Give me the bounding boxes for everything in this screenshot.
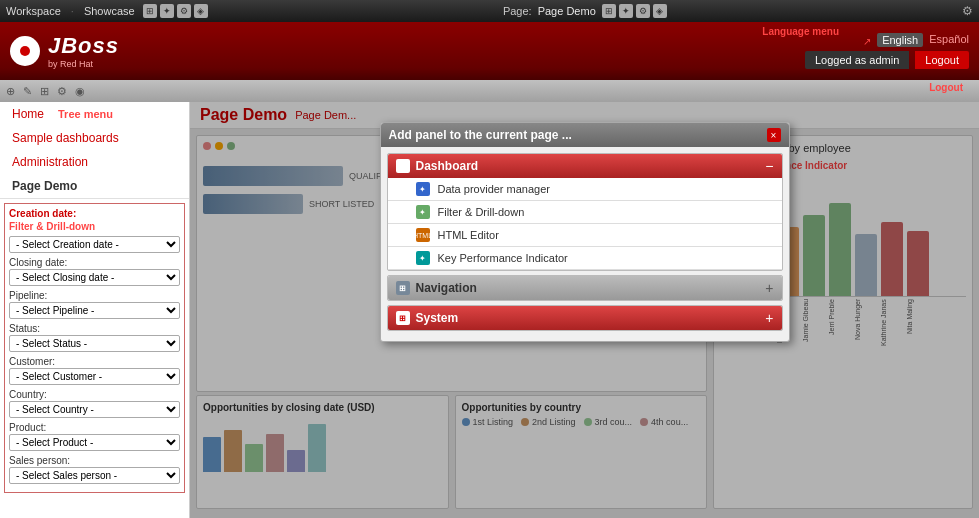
sidebar: Tree menu Home Sample dashboards Adminis… [0,102,190,518]
navigation-toggle-icon[interactable]: + [765,280,773,296]
modal-section-navigation-title: ⊞ Navigation [396,281,477,295]
filter-section-box: Creation date: Filter & Drill-down - Sel… [4,203,185,493]
customer-select[interactable]: - Select Customer - [9,368,180,385]
toolbar-icon-4[interactable]: ◈ [194,4,208,18]
sidebar-item-sample-dashboards[interactable]: Sample dashboards [0,126,189,150]
modal-section-dashboard: ⊞ Dashboard − ✦ Data provider manager ✦ [387,153,783,271]
toolbar-right: ⚙ [962,4,973,18]
system-icon: ⊞ [396,311,410,325]
modal-close-button[interactable]: × [767,128,781,142]
page-label: Page: [503,5,532,17]
filter-pipeline: Pipeline: - Select Pipeline - [9,290,180,319]
kpi-label: Key Performance Indicator [438,252,568,264]
lang-espanol[interactable]: Español [929,33,969,47]
dashboard-icon: ⊞ [396,159,410,173]
workspace-label[interactable]: Workspace [6,5,61,17]
product-select[interactable]: - Select Product - [9,434,180,451]
filter-status: Status: - Select Status - [9,323,180,352]
data-provider-icon: ✦ [416,182,430,196]
header-right: English Español Logged as admin Logout [805,33,969,69]
filter-drill-annotation: Filter & Drill-down [9,221,180,232]
pipeline-label: Pipeline: [9,290,180,301]
jboss-logo: JBoss by Red Hat [10,33,119,69]
toolbar-center: Page: Page Demo ⊞ ✦ ⚙ ◈ [503,4,667,18]
modal-section-system: ⊞ System + [387,305,783,331]
filter-creation-date: - Select Creation date - [9,236,180,253]
toolbar-icon-1[interactable]: ⊞ [143,4,157,18]
modal-overlay: Add panel to the current page ... × ⊞ Da… [190,102,979,518]
system-toggle-icon[interactable]: + [765,310,773,326]
status-select[interactable]: - Select Status - [9,335,180,352]
customer-label: Customer: [9,356,180,367]
closing-date-label: Closing date: [9,257,180,268]
filter-sales-person: Sales person: - Select Sales person - [9,455,180,484]
navigation-label: Navigation [416,281,477,295]
sidebar-item-administration[interactable]: Administration [0,150,189,174]
dashboard-toggle-icon[interactable]: − [765,158,773,174]
toolbar-icon-8[interactable]: ◈ [653,4,667,18]
sidebar-item-page-demo[interactable]: Page Demo [0,174,189,198]
toolbar-icon-2[interactable]: ✦ [160,4,174,18]
filter-drill-icon: ✦ [416,205,430,219]
modal-item-filter-drill[interactable]: ✦ Filter & Drill-down [388,201,782,224]
second-toolbar: ⊕ ✎ ⊞ ⚙ ◉ [0,80,979,102]
html-editor-label: HTML Editor [438,229,499,241]
logged-as-label: Logged as admin [805,51,909,69]
toolbar-icon-5[interactable]: ⊞ [602,4,616,18]
filter-drill-label: Filter & Drill-down [438,206,525,218]
toolbar-left: Workspace · Showcase ⊞ ✦ ⚙ ◈ [6,4,208,18]
s-icon-5[interactable]: ◉ [75,85,85,98]
toolbar-icon-7[interactable]: ⚙ [636,4,650,18]
s-icon-1[interactable]: ⊕ [6,85,15,98]
toolbar-right-icons: ⊞ ✦ ⚙ ◈ [602,4,667,18]
tree-menu-annotation: Tree menu [58,108,113,120]
page-name-toolbar[interactable]: Page Demo [538,5,596,17]
s-icon-2[interactable]: ✎ [23,85,32,98]
logout-button[interactable]: Logout [915,51,969,69]
filter-closing-date: Closing date: - Select Closing date - [9,257,180,286]
toolbar-icon-6[interactable]: ✦ [619,4,633,18]
lang-menu-arrow: ↗ [863,36,871,47]
top-toolbar: Workspace · Showcase ⊞ ✦ ⚙ ◈ Page: Page … [0,0,979,22]
gear-icon[interactable]: ⚙ [962,4,973,18]
modal-section-dashboard-title: ⊞ Dashboard [396,159,479,173]
modal-section-system-header[interactable]: ⊞ System + [388,306,782,330]
sales-person-select[interactable]: - Select Sales person - [9,467,180,484]
filter-customer: Customer: - Select Customer - [9,356,180,385]
modal-item-kpi[interactable]: ✦ Key Performance Indicator [388,247,782,270]
filter-product: Product: - Select Product - [9,422,180,451]
status-label: Status: [9,323,180,334]
pipeline-select[interactable]: - Select Pipeline - [9,302,180,319]
sales-person-label: Sales person: [9,455,180,466]
s-icon-4[interactable]: ⚙ [57,85,67,98]
modal-item-html-editor[interactable]: HTML HTML Editor [388,224,782,247]
country-label: Country: [9,389,180,400]
modal-section-navigation-header[interactable]: ⊞ Navigation + [388,276,782,300]
user-bar: Logged as admin Logout [805,51,969,69]
toolbar-left-icons: ⊞ ✦ ⚙ ◈ [143,4,208,18]
modal-body: ⊞ Dashboard − ✦ Data provider manager ✦ [381,147,789,341]
modal-section-dashboard-header[interactable]: ⊞ Dashboard − [388,154,782,178]
modal-item-data-provider[interactable]: ✦ Data provider manager [388,178,782,201]
s-icon-3[interactable]: ⊞ [40,85,49,98]
country-select[interactable]: - Select Country - [9,401,180,418]
data-provider-label: Data provider manager [438,183,551,195]
html-editor-icon: HTML [416,228,430,242]
showcase-label[interactable]: Showcase [84,5,135,17]
header-wave [0,68,979,80]
modal-header: Add panel to the current page ... × [381,123,789,147]
modal-section-navigation: ⊞ Navigation + [387,275,783,301]
filter-header-label: Creation date: [9,208,180,219]
header-bar: JBoss by Red Hat Language menu ↗ English… [0,22,979,80]
creation-date-select[interactable]: - Select Creation date - [9,236,180,253]
main-content: Page Demo Page Dem... [190,102,979,518]
dashboard-label: Dashboard [416,159,479,173]
closing-date-select[interactable]: - Select Closing date - [9,269,180,286]
filter-country: Country: - Select Country - [9,389,180,418]
main-layout: Tree menu Home Sample dashboards Adminis… [0,102,979,518]
modal-dialog: Add panel to the current page ... × ⊞ Da… [380,122,790,342]
product-label: Product: [9,422,180,433]
toolbar-icon-3[interactable]: ⚙ [177,4,191,18]
lang-english[interactable]: English [877,33,923,47]
navigation-icon: ⊞ [396,281,410,295]
